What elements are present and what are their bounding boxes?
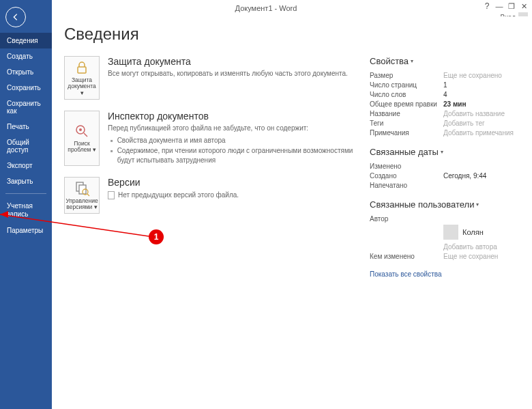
- close-button[interactable]: ✕: [520, 2, 528, 10]
- prop-size-value: Еще не сохранено: [443, 72, 502, 79]
- protect-document-button[interactable]: Защита документа ▾: [64, 56, 100, 100]
- titlebar: Документ1 - Word ? — ❐ ✕ Вход: [0, 0, 532, 16]
- inspect-bullet: Содержимое, при чтении которого люди с о…: [110, 146, 357, 166]
- prop-pages-label: Число страниц: [370, 81, 443, 89]
- properties-heading[interactable]: Свойства: [370, 56, 520, 66]
- nav-print[interactable]: Печать: [0, 119, 52, 135]
- versions-icon: [74, 180, 90, 197]
- main-content: Сведения Защита документа ▾ Защита докум…: [52, 16, 532, 409]
- page-title: Сведения: [64, 25, 520, 44]
- nav-info[interactable]: Сведения: [0, 33, 52, 48]
- help-icon[interactable]: ?: [483, 2, 491, 10]
- date-created-label: Создано: [370, 172, 443, 180]
- prop-edit-time-label: Общее время правки: [370, 100, 443, 108]
- show-all-properties-link[interactable]: Показать все свойства: [370, 270, 520, 278]
- nav-save-as[interactable]: Сохранить как: [0, 96, 52, 119]
- arrow-left-icon: [11, 12, 20, 22]
- prop-pages-value: 1: [443, 81, 447, 89]
- svg-line-2: [84, 133, 87, 137]
- prop-tags-label: Теги: [370, 119, 443, 127]
- protect-text: Все могут открывать, копировать и изменя…: [108, 69, 357, 79]
- prop-comments-value[interactable]: Добавить примечания: [443, 129, 514, 137]
- nav-open[interactable]: Открыть: [0, 64, 52, 80]
- nav-export[interactable]: Экспорт: [0, 158, 52, 173]
- prop-words-value: 4: [443, 91, 447, 98]
- nav-share[interactable]: Общий доступ: [0, 135, 52, 158]
- add-author-link[interactable]: Добавить автора: [443, 243, 497, 251]
- versions-text: Нет предыдущих версий этого файла.: [118, 191, 239, 200]
- prop-title-value[interactable]: Добавить название: [443, 110, 505, 117]
- nav-new[interactable]: Создать: [0, 48, 52, 64]
- restore-button[interactable]: ❐: [507, 2, 516, 10]
- date-created-value: Сегодня, 9:44: [443, 172, 486, 180]
- inspect-text: Перед публикацией этого файла не забудьт…: [108, 124, 357, 133]
- date-modified-label: Изменено: [370, 163, 443, 170]
- nav-account[interactable]: Учетная запись: [0, 198, 52, 223]
- last-modified-by-label: Кем изменено: [370, 253, 443, 260]
- author-avatar-icon: [443, 225, 458, 240]
- minimize-button[interactable]: —: [495, 2, 503, 10]
- users-heading: Связанные пользователи: [370, 199, 520, 210]
- protect-section: Защита документа ▾ Защита документа Все …: [64, 56, 357, 100]
- date-printed-label: Напечатано: [370, 182, 443, 189]
- window-title: Документ1 - Word: [235, 4, 297, 12]
- inspect-section: Поиск проблем ▾ Инспектор документов Пер…: [64, 111, 357, 166]
- backstage-sidebar: Сведения Создать Открыть Сохранить Сохра…: [0, 0, 52, 409]
- lock-icon: [74, 59, 90, 76]
- prop-title-label: Название: [370, 110, 443, 117]
- inspect-icon: [74, 123, 90, 139]
- svg-point-3: [79, 128, 82, 131]
- inspect-bullet: Свойства документа и имя автора: [110, 136, 357, 146]
- nav-close[interactable]: Закрыть: [0, 173, 52, 189]
- versions-section: Управление версиями ▾ Версии Нет предыду…: [64, 177, 357, 214]
- author-row[interactable]: Колян: [443, 225, 520, 240]
- check-issues-button[interactable]: Поиск проблем ▾: [64, 111, 100, 166]
- back-button[interactable]: [5, 7, 26, 27]
- nav-options[interactable]: Параметры: [0, 223, 52, 238]
- prop-edit-time-value: 23 мин: [443, 100, 467, 108]
- prop-size-label: Размер: [370, 72, 443, 79]
- author-name: Колян: [462, 228, 484, 236]
- nav-separator: [5, 193, 46, 194]
- prop-tags-value[interactable]: Добавить тег: [443, 119, 485, 127]
- svg-line-7: [87, 194, 89, 196]
- prop-words-label: Число слов: [370, 91, 443, 98]
- nav-save[interactable]: Сохранить: [0, 80, 52, 96]
- manage-versions-button[interactable]: Управление версиями ▾: [64, 177, 100, 214]
- inspect-title: Инспектор документов: [108, 111, 357, 122]
- prop-comments-label: Примечания: [370, 129, 443, 137]
- dates-heading: Связанные даты: [370, 147, 520, 157]
- versions-title: Версии: [108, 177, 357, 188]
- last-modified-by-value: Еще не сохранен: [443, 253, 498, 260]
- document-icon: [108, 191, 115, 199]
- svg-rect-0: [78, 67, 86, 73]
- author-label: Автор: [370, 215, 443, 223]
- protect-title: Защита документа: [108, 56, 357, 67]
